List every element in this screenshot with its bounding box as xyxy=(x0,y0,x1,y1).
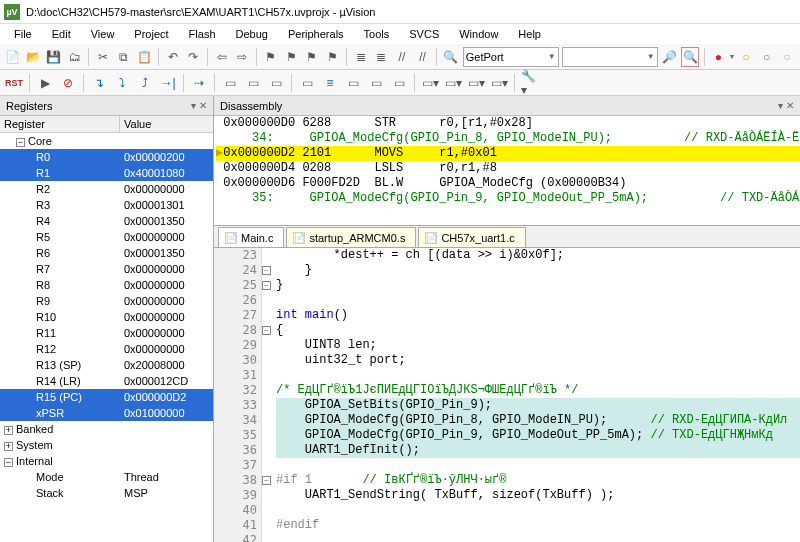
debug-red-icon[interactable]: ● xyxy=(710,47,728,67)
menu-project[interactable]: Project xyxy=(126,26,176,42)
nav-fwd-icon[interactable]: ⇨ xyxy=(233,47,251,67)
memory-icon[interactable]: ▭ xyxy=(389,73,409,93)
disassembly-header: Disassembly ▾ ✕ xyxy=(214,96,800,116)
redo-icon[interactable]: ↷ xyxy=(184,47,202,67)
register-columns: Register Value xyxy=(0,116,213,133)
register-row[interactable]: R20x00000000 xyxy=(0,181,213,197)
registers-panel: Registers ▾ ✕ Register Value −CoreR00x00… xyxy=(0,96,214,542)
register-row[interactable]: R100x00000000 xyxy=(0,309,213,325)
open-file-icon[interactable]: 📂 xyxy=(25,47,43,67)
debug-green-icon[interactable]: ○ xyxy=(758,47,776,67)
disassembly-panel: Disassembly ▾ ✕ 0x000000D0 6288 STR r0,[… xyxy=(214,96,800,226)
menu-tools[interactable]: Tools xyxy=(356,26,398,42)
panel-menu-icon[interactable]: ▾ ✕ xyxy=(191,100,207,111)
toolbox-icon[interactable]: 🔧▾ xyxy=(520,73,540,93)
show-next-icon[interactable]: ⇢ xyxy=(189,73,209,93)
register-row[interactable]: R110x00000000 xyxy=(0,325,213,341)
serial-icon[interactable]: ▭▾ xyxy=(420,73,440,93)
bookmark-next-icon[interactable]: ⚑ xyxy=(282,47,300,67)
disasm-icon[interactable]: ▭ xyxy=(243,73,263,93)
bookmark-prev-icon[interactable]: ⚑ xyxy=(303,47,321,67)
locals-icon[interactable]: ▭ xyxy=(343,73,363,93)
menu-bar: FileEditViewProjectFlashDebugPeripherals… xyxy=(0,24,800,44)
file-icon: 📄 xyxy=(225,232,237,244)
toolbar-1: 📄 📂 💾 🗂 ✂ ⧉ 📋 ↶ ↷ ⇦ ⇨ ⚑ ⚑ ⚑ ⚑ ≣ ≣ // // … xyxy=(0,44,800,70)
file-icon: 📄 xyxy=(425,232,437,244)
step-in-icon[interactable]: ↴ xyxy=(89,73,109,93)
menu-edit[interactable]: Edit xyxy=(44,26,79,42)
debug-yellow-icon[interactable]: ○ xyxy=(737,47,755,67)
step-over-icon[interactable]: ⤵ xyxy=(112,73,132,93)
watch-icon[interactable]: ▭ xyxy=(366,73,386,93)
toolbar-2: RST ▶ ⊘ ↴ ⤵ ⤴ →| ⇢ ▭ ▭ ▭ ▭ ≡ ▭ ▭ ▭ ▭▾ ▭▾… xyxy=(0,70,800,96)
run-icon[interactable]: ▶ xyxy=(35,73,55,93)
nav-back-icon[interactable]: ⇦ xyxy=(213,47,231,67)
find-in-files-icon[interactable]: 🔎 xyxy=(661,47,679,67)
uncomment-icon[interactable]: // xyxy=(414,47,432,67)
menu-peripherals[interactable]: Peripherals xyxy=(280,26,352,42)
tab-main-c[interactable]: 📄Main.c xyxy=(218,227,284,247)
save-icon[interactable]: 💾 xyxy=(45,47,63,67)
register-row[interactable]: R14 (LR)0x000012CD xyxy=(0,373,213,389)
callstack-icon[interactable]: ≡ xyxy=(320,73,340,93)
panel-menu-icon[interactable]: ▾ ✕ xyxy=(778,100,794,111)
registers-icon[interactable]: ▭ xyxy=(297,73,317,93)
debug-dot-icon[interactable]: ○ xyxy=(778,47,796,67)
register-row[interactable]: R30x00001301 xyxy=(0,197,213,213)
cut-icon[interactable]: ✂ xyxy=(94,47,112,67)
save-all-icon[interactable]: 🗂 xyxy=(66,47,84,67)
command-icon[interactable]: ▭ xyxy=(220,73,240,93)
menu-help[interactable]: Help xyxy=(510,26,549,42)
bookmark-clear-icon[interactable]: ⚑ xyxy=(324,47,342,67)
menu-file[interactable]: File xyxy=(6,26,40,42)
trace-icon[interactable]: ▭▾ xyxy=(466,73,486,93)
step-out-icon[interactable]: ⤴ xyxy=(135,73,155,93)
register-row[interactable]: R70x00000000 xyxy=(0,261,213,277)
undo-icon[interactable]: ↶ xyxy=(164,47,182,67)
indent-icon[interactable]: ≣ xyxy=(352,47,370,67)
system-icon[interactable]: ▭▾ xyxy=(489,73,509,93)
source-lines[interactable]: *dest++ = ch [(data >> i)&0x0f]; }}int m… xyxy=(262,248,800,542)
source-panel: 📄Main.c📄startup_ARMCM0.s📄CH57x_uart1.c 2… xyxy=(214,226,800,542)
symbols-icon[interactable]: ▭ xyxy=(266,73,286,93)
bookmark-icon[interactable]: ⚑ xyxy=(262,47,280,67)
stop-icon[interactable]: ⊘ xyxy=(58,73,78,93)
copy-icon[interactable]: ⧉ xyxy=(115,47,133,67)
menu-svcs[interactable]: SVCS xyxy=(401,26,447,42)
register-row[interactable]: R10x40001080 xyxy=(0,165,213,181)
run-to-cursor-icon[interactable]: →| xyxy=(158,73,178,93)
window-title: D:\doc\CH32\CH579-master\src\EXAM\UART1\… xyxy=(26,6,376,18)
app-icon: µV xyxy=(4,4,20,20)
new-file-icon[interactable]: 📄 xyxy=(4,47,22,67)
find-combo-2[interactable]: ▼ xyxy=(562,47,658,67)
find-icon[interactable]: 🔍 xyxy=(442,47,460,67)
register-row[interactable]: R120x00000000 xyxy=(0,341,213,357)
comment-icon[interactable]: // xyxy=(393,47,411,67)
menu-window[interactable]: Window xyxy=(451,26,506,42)
register-row[interactable]: R13 (SP)0x20008000 xyxy=(0,357,213,373)
registers-header: Registers ▾ ✕ xyxy=(0,96,213,116)
find-combo[interactable]: GetPort▼ xyxy=(463,47,559,67)
register-row[interactable]: R90x00000000 xyxy=(0,293,213,309)
register-tree[interactable]: −CoreR00x00000200R10x40001080R20x0000000… xyxy=(0,133,213,542)
menu-view[interactable]: View xyxy=(83,26,123,42)
register-row[interactable]: R15 (PC)0x000000D2 xyxy=(0,389,213,405)
menu-debug[interactable]: Debug xyxy=(228,26,276,42)
paste-icon[interactable]: 📋 xyxy=(135,47,153,67)
register-row[interactable]: R40x00001350 xyxy=(0,213,213,229)
register-row[interactable]: R50x00000000 xyxy=(0,229,213,245)
disassembly-lines[interactable]: 0x000000D0 6288 STR r0,[r1,#0x28] 34: GP… xyxy=(214,116,800,225)
file-icon: 📄 xyxy=(293,232,305,244)
register-row[interactable]: xPSR0x01000000 xyxy=(0,405,213,421)
outdent-icon[interactable]: ≣ xyxy=(373,47,391,67)
tab-startup_armcm0-s[interactable]: 📄startup_ARMCM0.s xyxy=(286,227,416,247)
analyzer-icon[interactable]: ▭▾ xyxy=(443,73,463,93)
register-row[interactable]: R80x00000000 xyxy=(0,277,213,293)
tab-ch57x_uart1-c[interactable]: 📄CH57x_uart1.c xyxy=(418,227,525,247)
reset-icon[interactable]: RST xyxy=(4,73,24,93)
register-row[interactable]: R00x00000200 xyxy=(0,149,213,165)
source-tabs: 📄Main.c📄startup_ARMCM0.s📄CH57x_uart1.c xyxy=(214,226,800,248)
register-row[interactable]: R60x00001350 xyxy=(0,245,213,261)
incremental-icon[interactable]: 🔍 xyxy=(681,47,699,67)
menu-flash[interactable]: Flash xyxy=(181,26,224,42)
